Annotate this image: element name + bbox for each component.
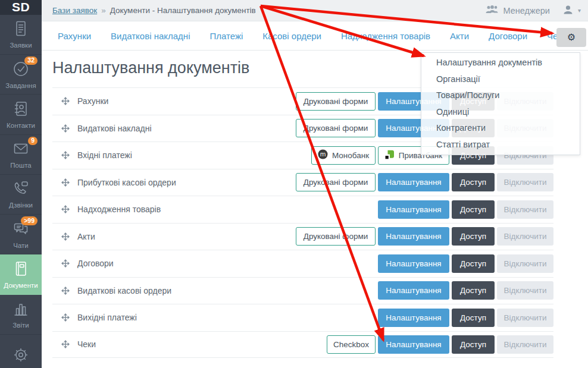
drag-handle-icon[interactable] (61, 178, 70, 187)
document-type-label: Вихідні платежі (77, 313, 378, 322)
table-row: Вихідні платежіНалаштуванняДоступВідключ… (52, 304, 553, 331)
row-actions: CheckboxНалаштуванняДоступВідключити (327, 335, 553, 354)
tab-7[interactable]: Договори (489, 31, 527, 41)
calls-icon (12, 180, 30, 200)
mail-icon (12, 140, 30, 160)
document-type-label: Договори (77, 259, 378, 268)
access-button[interactable]: Доступ (452, 281, 495, 300)
unread-badge: >99 (21, 216, 37, 225)
document-tabs: РахункиВидаткові накладніПлатежіКасові о… (42, 31, 567, 41)
tab-3[interactable]: Платежі (209, 31, 243, 41)
sidebar-item-mail[interactable]: 9Пошта (0, 135, 42, 175)
print-forms-button[interactable]: Друковані форми (296, 173, 376, 191)
sidebar-item-settings[interactable] (0, 335, 42, 368)
drag-handle-icon[interactable] (61, 151, 70, 159)
document-type-label: Видаткові касові ордери (77, 286, 378, 295)
tab-4[interactable]: Касові ордери (262, 31, 321, 41)
table-row: ДоговориНалаштуванняДоступВідключити (52, 250, 553, 277)
sidebar-item-document[interactable]: Заявки (0, 15, 42, 55)
access-button[interactable]: Доступ (452, 335, 495, 354)
disable-button[interactable]: Відключити (497, 173, 553, 191)
dropdown-item-6[interactable]: Статті витрат (421, 137, 580, 153)
user-icon[interactable] (564, 5, 573, 16)
settings-button[interactable]: Налаштування (378, 173, 449, 191)
sidebar-item-contacts[interactable]: Контакти (0, 95, 42, 134)
settings-button[interactable]: Налаштування (378, 227, 449, 246)
print-forms-button[interactable]: Друковані форми (296, 227, 376, 246)
access-button[interactable]: Доступ (452, 227, 495, 246)
chevron-down-icon[interactable]: ▾ (578, 7, 581, 14)
document-type-label: Прибуткові касові ордери (77, 178, 296, 187)
topbar-right: Менеджери ▾ (486, 5, 581, 16)
documents-settings-gear-button[interactable]: ⚙ (556, 28, 586, 47)
access-button[interactable]: Доступ (452, 309, 495, 327)
drag-handle-icon[interactable] (61, 313, 70, 322)
sidebar-item-documents[interactable]: Документи (0, 254, 42, 294)
row-actions: НалаштуванняДоступВідключити (378, 281, 553, 300)
row-actions: Друковані формиНалаштуванняДоступВідключ… (296, 227, 553, 246)
managers-label[interactable]: Менеджери (503, 6, 550, 15)
unread-badge: 32 (24, 56, 37, 65)
sidebar-item-label: Контакти (7, 122, 35, 129)
gear-icon (12, 345, 30, 368)
disable-button[interactable]: Відключити (497, 309, 553, 327)
breadcrumb-link[interactable]: Бази заявок (52, 6, 97, 15)
disable-button[interactable]: Відключити (497, 281, 553, 300)
drag-handle-icon[interactable] (61, 287, 70, 295)
sidebar-item-chats[interactable]: >99Чати (0, 215, 42, 254)
reports-icon (12, 300, 30, 320)
sidebar: SD Заявки32ЗавданняКонтакти9ПоштаДзвінки… (0, 0, 42, 368)
document-type-label: Рахунки (77, 96, 296, 106)
svg-text:m: m (320, 151, 326, 158)
drag-handle-icon[interactable] (61, 205, 70, 213)
table-row: ЧекиCheckboxНалаштуванняДоступВідключити (52, 331, 553, 358)
document-type-label: Надходження товарів (77, 205, 378, 214)
document-type-label: Видаткові накладні (77, 124, 296, 133)
disable-button[interactable]: Відключити (497, 227, 553, 246)
dropdown-item-1[interactable]: Налаштування документів (421, 55, 580, 71)
print-forms-button[interactable]: Друковані форми (296, 92, 376, 111)
dropdown-item-3[interactable]: Товари/Послуги (421, 87, 580, 104)
disable-button[interactable]: Відключити (497, 254, 553, 273)
sidebar-item-calls[interactable]: Дзвінки (0, 175, 42, 215)
row-actions: Друковані формиНалаштуванняДоступВідключ… (296, 173, 553, 191)
tab-1[interactable]: Рахунки (58, 31, 91, 41)
sidebar-item-label: Звіти (12, 322, 29, 329)
settings-button[interactable]: Налаштування (378, 254, 449, 273)
tab-6[interactable]: Акти (450, 31, 469, 41)
table-row: АктиДруковані формиНалаштуванняДоступВід… (52, 223, 553, 250)
breadcrumb-current: Документи - Налаштування документів (110, 6, 256, 15)
settings-button[interactable]: Налаштування (378, 200, 449, 219)
settings-button[interactable]: Налаштування (378, 281, 449, 300)
settings-button[interactable]: Налаштування (378, 335, 449, 354)
document-type-label: Акти (77, 232, 296, 241)
checkbox-button[interactable]: Checkbox (327, 335, 376, 354)
drag-handle-icon[interactable] (61, 232, 70, 241)
disable-button[interactable]: Відключити (497, 200, 553, 219)
access-button[interactable]: Доступ (452, 254, 495, 273)
drag-handle-icon[interactable] (61, 340, 70, 348)
dropdown-item-4[interactable]: Одиниці (421, 104, 580, 121)
monobank-button[interactable]: mМонобанк (311, 146, 376, 165)
topbar: Бази заявок » Документи - Налаштування д… (42, 0, 588, 21)
dropdown-item-2[interactable]: Організації (421, 71, 580, 88)
documents-icon (12, 260, 30, 280)
drag-handle-icon[interactable] (61, 97, 70, 105)
drag-handle-icon[interactable] (61, 259, 70, 268)
access-button[interactable]: Доступ (452, 200, 495, 219)
sidebar-item-reports[interactable]: Звіти (0, 295, 42, 335)
settings-button[interactable]: Налаштування (378, 309, 449, 327)
drag-handle-icon[interactable] (61, 124, 70, 133)
disable-button[interactable]: Відключити (497, 335, 553, 354)
tab-5[interactable]: Надходження товарів (341, 31, 430, 41)
print-forms-button[interactable]: Друковані форми (296, 119, 376, 137)
breadcrumb: Бази заявок » Документи - Налаштування д… (52, 6, 256, 15)
sidebar-item-label: Пошта (10, 162, 31, 169)
access-button[interactable]: Доступ (452, 173, 495, 191)
app-logo[interactable]: SD (0, 0, 42, 15)
sidebar-item-tasks[interactable]: 32Завдання (0, 55, 42, 95)
row-actions: НалаштуванняДоступВідключити (378, 200, 553, 219)
tab-2[interactable]: Видаткові накладні (111, 31, 190, 41)
dropdown-item-5[interactable]: Контрагенти (421, 120, 580, 137)
document-type-label: Чеки (77, 339, 327, 349)
